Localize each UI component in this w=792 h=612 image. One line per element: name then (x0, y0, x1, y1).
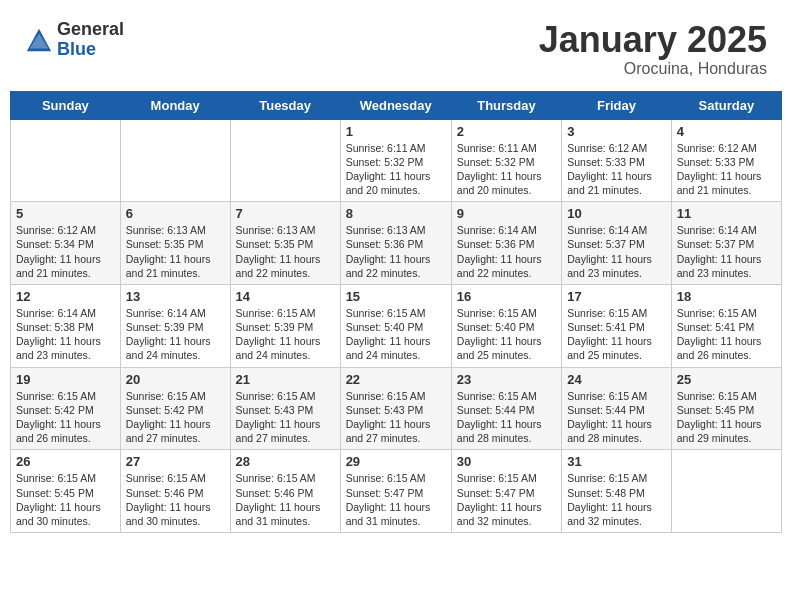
day-cell: 28Sunrise: 6:15 AM Sunset: 5:46 PM Dayli… (230, 450, 340, 533)
day-number: 3 (567, 124, 666, 139)
day-cell (11, 119, 121, 202)
day-info: Sunrise: 6:15 AM Sunset: 5:40 PM Dayligh… (457, 306, 556, 363)
day-cell: 26Sunrise: 6:15 AM Sunset: 5:45 PM Dayli… (11, 450, 121, 533)
day-number: 9 (457, 206, 556, 221)
week-row-1: 1Sunrise: 6:11 AM Sunset: 5:32 PM Daylig… (11, 119, 782, 202)
day-info: Sunrise: 6:12 AM Sunset: 5:34 PM Dayligh… (16, 223, 115, 280)
month-title: January 2025 (539, 20, 767, 60)
day-number: 18 (677, 289, 776, 304)
day-cell: 27Sunrise: 6:15 AM Sunset: 5:46 PM Dayli… (120, 450, 230, 533)
day-cell: 14Sunrise: 6:15 AM Sunset: 5:39 PM Dayli… (230, 284, 340, 367)
day-info: Sunrise: 6:14 AM Sunset: 5:39 PM Dayligh… (126, 306, 225, 363)
day-number: 6 (126, 206, 225, 221)
day-number: 15 (346, 289, 446, 304)
day-number: 13 (126, 289, 225, 304)
day-info: Sunrise: 6:15 AM Sunset: 5:42 PM Dayligh… (16, 389, 115, 446)
day-info: Sunrise: 6:15 AM Sunset: 5:42 PM Dayligh… (126, 389, 225, 446)
header-cell-sunday: Sunday (11, 91, 121, 119)
header-cell-saturday: Saturday (671, 91, 781, 119)
week-row-2: 5Sunrise: 6:12 AM Sunset: 5:34 PM Daylig… (11, 202, 782, 285)
day-cell: 10Sunrise: 6:14 AM Sunset: 5:37 PM Dayli… (562, 202, 672, 285)
day-number: 30 (457, 454, 556, 469)
day-cell: 7Sunrise: 6:13 AM Sunset: 5:35 PM Daylig… (230, 202, 340, 285)
day-info: Sunrise: 6:15 AM Sunset: 5:41 PM Dayligh… (567, 306, 666, 363)
day-info: Sunrise: 6:15 AM Sunset: 5:43 PM Dayligh… (236, 389, 335, 446)
logo-icon (25, 26, 53, 54)
day-info: Sunrise: 6:13 AM Sunset: 5:35 PM Dayligh… (236, 223, 335, 280)
calendar-header: SundayMondayTuesdayWednesdayThursdayFrid… (11, 91, 782, 119)
day-info: Sunrise: 6:12 AM Sunset: 5:33 PM Dayligh… (567, 141, 666, 198)
day-info: Sunrise: 6:14 AM Sunset: 5:36 PM Dayligh… (457, 223, 556, 280)
location: Orocuina, Honduras (539, 60, 767, 78)
day-info: Sunrise: 6:15 AM Sunset: 5:47 PM Dayligh… (346, 471, 446, 528)
day-info: Sunrise: 6:11 AM Sunset: 5:32 PM Dayligh… (346, 141, 446, 198)
day-cell: 22Sunrise: 6:15 AM Sunset: 5:43 PM Dayli… (340, 367, 451, 450)
day-number: 11 (677, 206, 776, 221)
header-cell-thursday: Thursday (451, 91, 561, 119)
day-info: Sunrise: 6:15 AM Sunset: 5:48 PM Dayligh… (567, 471, 666, 528)
calendar-body: 1Sunrise: 6:11 AM Sunset: 5:32 PM Daylig… (11, 119, 782, 532)
day-info: Sunrise: 6:15 AM Sunset: 5:44 PM Dayligh… (457, 389, 556, 446)
day-number: 27 (126, 454, 225, 469)
day-cell: 2Sunrise: 6:11 AM Sunset: 5:32 PM Daylig… (451, 119, 561, 202)
day-cell: 25Sunrise: 6:15 AM Sunset: 5:45 PM Dayli… (671, 367, 781, 450)
day-info: Sunrise: 6:15 AM Sunset: 5:40 PM Dayligh… (346, 306, 446, 363)
day-cell: 5Sunrise: 6:12 AM Sunset: 5:34 PM Daylig… (11, 202, 121, 285)
day-number: 4 (677, 124, 776, 139)
calendar-table: SundayMondayTuesdayWednesdayThursdayFrid… (10, 91, 782, 533)
day-number: 16 (457, 289, 556, 304)
day-cell: 16Sunrise: 6:15 AM Sunset: 5:40 PM Dayli… (451, 284, 561, 367)
day-number: 8 (346, 206, 446, 221)
day-cell (230, 119, 340, 202)
day-cell: 8Sunrise: 6:13 AM Sunset: 5:36 PM Daylig… (340, 202, 451, 285)
day-cell: 24Sunrise: 6:15 AM Sunset: 5:44 PM Dayli… (562, 367, 672, 450)
day-cell: 11Sunrise: 6:14 AM Sunset: 5:37 PM Dayli… (671, 202, 781, 285)
day-cell: 4Sunrise: 6:12 AM Sunset: 5:33 PM Daylig… (671, 119, 781, 202)
day-info: Sunrise: 6:15 AM Sunset: 5:46 PM Dayligh… (236, 471, 335, 528)
day-cell: 1Sunrise: 6:11 AM Sunset: 5:32 PM Daylig… (340, 119, 451, 202)
day-number: 31 (567, 454, 666, 469)
day-number: 19 (16, 372, 115, 387)
header-row: SundayMondayTuesdayWednesdayThursdayFrid… (11, 91, 782, 119)
day-info: Sunrise: 6:14 AM Sunset: 5:37 PM Dayligh… (677, 223, 776, 280)
day-cell: 18Sunrise: 6:15 AM Sunset: 5:41 PM Dayli… (671, 284, 781, 367)
day-info: Sunrise: 6:15 AM Sunset: 5:45 PM Dayligh… (677, 389, 776, 446)
day-number: 2 (457, 124, 556, 139)
day-info: Sunrise: 6:13 AM Sunset: 5:36 PM Dayligh… (346, 223, 446, 280)
day-number: 14 (236, 289, 335, 304)
day-info: Sunrise: 6:14 AM Sunset: 5:38 PM Dayligh… (16, 306, 115, 363)
day-info: Sunrise: 6:13 AM Sunset: 5:35 PM Dayligh… (126, 223, 225, 280)
day-cell: 3Sunrise: 6:12 AM Sunset: 5:33 PM Daylig… (562, 119, 672, 202)
logo-general: General (57, 20, 124, 40)
title-block: January 2025 Orocuina, Honduras (539, 20, 767, 78)
day-cell: 19Sunrise: 6:15 AM Sunset: 5:42 PM Dayli… (11, 367, 121, 450)
week-row-4: 19Sunrise: 6:15 AM Sunset: 5:42 PM Dayli… (11, 367, 782, 450)
day-cell: 12Sunrise: 6:14 AM Sunset: 5:38 PM Dayli… (11, 284, 121, 367)
day-number: 24 (567, 372, 666, 387)
day-number: 29 (346, 454, 446, 469)
day-cell (120, 119, 230, 202)
header-cell-friday: Friday (562, 91, 672, 119)
day-number: 5 (16, 206, 115, 221)
logo: General Blue (25, 20, 124, 60)
day-info: Sunrise: 6:15 AM Sunset: 5:45 PM Dayligh… (16, 471, 115, 528)
day-info: Sunrise: 6:15 AM Sunset: 5:39 PM Dayligh… (236, 306, 335, 363)
day-number: 1 (346, 124, 446, 139)
day-cell: 17Sunrise: 6:15 AM Sunset: 5:41 PM Dayli… (562, 284, 672, 367)
day-info: Sunrise: 6:14 AM Sunset: 5:37 PM Dayligh… (567, 223, 666, 280)
day-info: Sunrise: 6:15 AM Sunset: 5:46 PM Dayligh… (126, 471, 225, 528)
day-number: 28 (236, 454, 335, 469)
day-cell: 31Sunrise: 6:15 AM Sunset: 5:48 PM Dayli… (562, 450, 672, 533)
logo-blue: Blue (57, 40, 124, 60)
day-cell (671, 450, 781, 533)
day-number: 7 (236, 206, 335, 221)
day-cell: 23Sunrise: 6:15 AM Sunset: 5:44 PM Dayli… (451, 367, 561, 450)
day-number: 10 (567, 206, 666, 221)
day-info: Sunrise: 6:15 AM Sunset: 5:44 PM Dayligh… (567, 389, 666, 446)
day-cell: 21Sunrise: 6:15 AM Sunset: 5:43 PM Dayli… (230, 367, 340, 450)
day-info: Sunrise: 6:11 AM Sunset: 5:32 PM Dayligh… (457, 141, 556, 198)
day-cell: 29Sunrise: 6:15 AM Sunset: 5:47 PM Dayli… (340, 450, 451, 533)
day-number: 23 (457, 372, 556, 387)
day-number: 22 (346, 372, 446, 387)
logo-text: General Blue (57, 20, 124, 60)
